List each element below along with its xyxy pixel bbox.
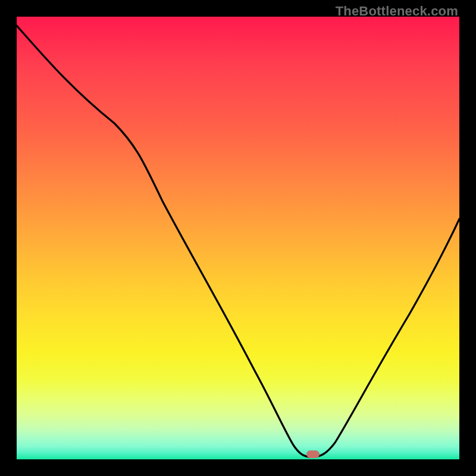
watermark-text: TheBottleneck.com (336, 4, 458, 19)
bottleneck-curve (17, 17, 459, 459)
plot-area (17, 17, 459, 459)
curve-path (17, 26, 459, 457)
chart-frame: TheBottleneck.com (0, 0, 476, 476)
optimal-point-marker (306, 450, 320, 458)
